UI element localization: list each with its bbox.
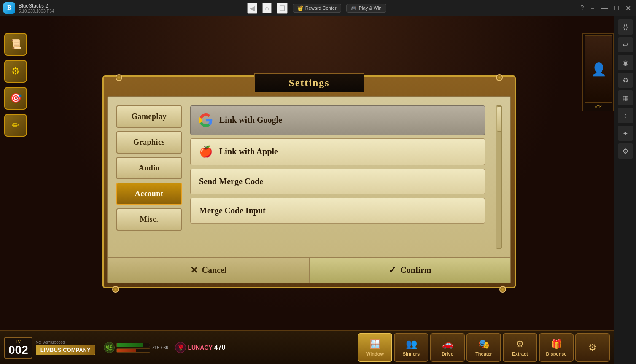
- sidebar-gear-icon[interactable]: ⚙: [618, 143, 633, 159]
- left-icon-4[interactable]: ✏: [4, 114, 27, 137]
- tab-misc[interactable]: Misc.: [116, 208, 182, 231]
- health-bar: [116, 343, 150, 347]
- sidebar-refresh-icon[interactable]: ♻: [618, 73, 633, 88]
- bolt-tr: [496, 74, 503, 81]
- tab-graphics[interactable]: Graphics: [116, 131, 182, 154]
- lunacy-value: 470: [214, 344, 226, 351]
- bottombar-menu: 🪟 Window 👥 Sinners 🚗 Drive 🎭 Theater ⚙ E…: [358, 333, 610, 362]
- settings-title: Settings: [288, 77, 329, 88]
- merge-code-input-button[interactable]: Merge Code Input: [190, 198, 485, 224]
- reward-center-label: Reward Center: [305, 5, 337, 11]
- tab-account[interactable]: Account: [116, 183, 182, 205]
- menu-drive[interactable]: 🚗 Drive: [430, 333, 465, 362]
- help-button[interactable]: ?: [579, 3, 585, 13]
- sidebar-star-icon[interactable]: ✦: [618, 126, 633, 141]
- extra-icon: ⚙: [588, 342, 597, 353]
- confirm-icon: ✓: [388, 265, 396, 276]
- extract-icon: ⚙: [516, 339, 524, 350]
- sinners-icon: 👥: [406, 339, 417, 350]
- titlebar-center: ◀ ⌂ ❑ 👑 Reward Center 🎮 Play & Win: [54, 3, 579, 14]
- left-icon-2[interactable]: ⚙: [4, 60, 27, 83]
- scrollbar-thumb[interactable]: [497, 106, 502, 132]
- sidebar-circle-icon[interactable]: ◉: [618, 55, 633, 70]
- link-apple-label: Link with Apple: [219, 147, 278, 156]
- menu-button[interactable]: ≡: [589, 3, 596, 13]
- left-icon-3[interactable]: 🎯: [4, 87, 27, 110]
- cancel-icon: ✕: [190, 265, 198, 276]
- reward-center-button[interactable]: 👑 Reward Center: [293, 4, 341, 13]
- settings-content: Gameplay Graphics Audio Account Misc.: [108, 97, 510, 257]
- menu-dispense[interactable]: 🎁 Dispense: [539, 333, 574, 362]
- menu-extract[interactable]: ⚙ Extract: [503, 333, 537, 362]
- tab-audio[interactable]: Audio: [116, 157, 182, 179]
- sinners-label: Sinners: [403, 351, 420, 356]
- multi-button[interactable]: ❑: [277, 3, 288, 14]
- lunacy-label: LUNACY: [188, 344, 212, 351]
- play-win-button[interactable]: 🎮 Play & Win: [346, 4, 386, 13]
- play-win-label: Play & Win: [359, 5, 382, 11]
- drive-label: Drive: [442, 351, 453, 356]
- settings-header: Settings: [107, 80, 511, 93]
- menu-window[interactable]: 🪟 Window: [358, 333, 392, 362]
- character-panel: 👤 ATK: [582, 33, 614, 111]
- bolt-bl: [112, 286, 119, 293]
- send-merge-code-label: Send Merge Code: [199, 177, 263, 186]
- send-merge-code-button[interactable]: Send Merge Code: [190, 169, 485, 194]
- window-label: Window: [366, 351, 384, 356]
- menu-theater[interactable]: 🎭 Theater: [466, 333, 501, 362]
- resource-health: 🌿 715 / 69: [104, 342, 169, 353]
- close-button[interactable]: ✕: [624, 3, 633, 13]
- sidebar-grid-icon[interactable]: ▦: [618, 90, 633, 105]
- bottom-buttons: ✕ Cancel ✓ Confirm: [108, 257, 510, 283]
- sanity-bar: [116, 348, 150, 353]
- sanity-fill: [117, 349, 137, 352]
- char-badge: ATK: [585, 105, 612, 109]
- scrollbar[interactable]: [496, 105, 502, 249]
- merge-code-input-label: Merge Code Input: [199, 206, 266, 216]
- theater-icon: 🎭: [478, 339, 490, 350]
- titlebar: B BlueStacks 2 5.10.230.1003 P64 ◀ ⌂ ❑ 👑…: [0, 0, 636, 16]
- link-apple-button[interactable]: 🍎 Link with Apple: [190, 138, 485, 165]
- link-google-label: Link with Google: [219, 115, 282, 125]
- play-icon: 🎮: [351, 5, 357, 11]
- tab-gameplay[interactable]: Gameplay: [116, 105, 182, 128]
- confirm-label: Confirm: [400, 265, 431, 275]
- back-button[interactable]: ◀: [247, 3, 257, 14]
- link-google-button[interactable]: Link with Google: [190, 105, 485, 135]
- bolt-br: [499, 286, 506, 293]
- dispense-icon: 🎁: [551, 339, 562, 350]
- bolt-tl: [116, 74, 122, 81]
- sidebar-expand-icon[interactable]: ⟨⟩: [618, 19, 633, 35]
- sidebar-arrow-icon[interactable]: ↕: [618, 108, 633, 123]
- theater-label: Theater: [475, 351, 492, 356]
- home-button[interactable]: ⌂: [262, 3, 272, 13]
- settings-panel: Settings Gameplay Graphics: [102, 75, 516, 288]
- settings-title-box: Settings: [254, 73, 364, 93]
- app-version: 5.10.230.1003 P64: [19, 9, 54, 13]
- maximize-button[interactable]: □: [613, 3, 620, 13]
- apple-icon: 🍎: [199, 146, 213, 157]
- lunacy-icon: 🌹: [175, 342, 186, 353]
- content-area: Link with Google 🍎 Link with Apple Send …: [190, 105, 502, 249]
- health-fill: [117, 343, 143, 347]
- nav-tabs: Gameplay Graphics Audio Account Misc.: [116, 105, 182, 249]
- menu-sinners[interactable]: 👥 Sinners: [394, 333, 428, 362]
- cancel-button[interactable]: ✕ Cancel: [108, 258, 310, 283]
- google-icon: [199, 113, 213, 127]
- settings-wrapper: Settings Gameplay Graphics: [42, 37, 576, 326]
- confirm-button[interactable]: ✓ Confirm: [310, 258, 510, 283]
- menu-extra[interactable]: ⚙: [575, 333, 610, 362]
- player-level: 002: [8, 344, 28, 356]
- minimize-button[interactable]: —: [599, 3, 609, 13]
- cancel-label: Cancel: [202, 265, 227, 275]
- dispense-label: Dispense: [546, 351, 567, 356]
- resource-lunacy: 🌹 LUNACY 470: [175, 342, 225, 353]
- sidebar-rotate-icon[interactable]: ↩: [618, 37, 633, 52]
- window-icon: 🪟: [369, 339, 381, 350]
- health-icon: 🌿: [104, 342, 115, 353]
- left-icon-1[interactable]: 📜: [4, 33, 27, 56]
- level-badge: LV 002: [4, 337, 32, 359]
- player-info: NO. A679256365 LIMBUS COMPANY: [36, 340, 95, 355]
- health-value: 715 / 69: [152, 345, 169, 350]
- app-name: BlueStacks 2: [19, 3, 54, 9]
